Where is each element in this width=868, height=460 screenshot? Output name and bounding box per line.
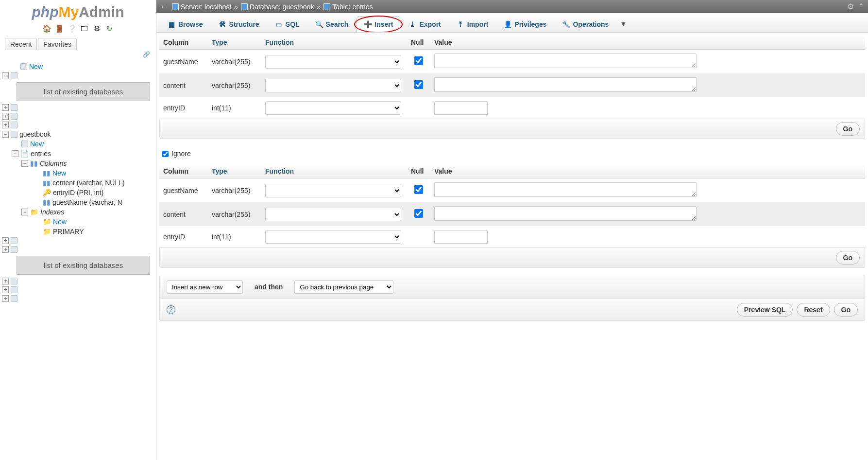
column-guestname[interactable]: guestName (varchar, N <box>52 198 122 206</box>
tab-export[interactable]: ⤓Export <box>401 16 448 32</box>
value-textarea[interactable] <box>434 206 697 221</box>
sql-icon[interactable]: 🗔 <box>80 24 88 33</box>
new-database-link[interactable]: New <box>29 63 43 71</box>
home-icon[interactable]: 🏠 <box>42 24 51 33</box>
new-index-link[interactable]: New <box>53 218 67 226</box>
logo[interactable]: phpMyAdmin <box>0 0 156 22</box>
bc-database-label: Database: <box>250 3 281 11</box>
th-value: Value <box>430 35 865 50</box>
th-type[interactable]: Type <box>208 35 261 50</box>
cell-type: varchar(255) <box>208 73 261 97</box>
tree-expand-icon[interactable]: + <box>2 278 9 284</box>
th-null: Null <box>407 164 430 178</box>
favorites-tab[interactable]: Favorites <box>38 38 77 50</box>
breadcrumb: ← Server: localhost » Database: guestboo… <box>156 0 868 13</box>
tree-expand-icon[interactable]: + <box>2 113 9 120</box>
tree-expand-icon[interactable]: + <box>2 295 9 302</box>
bc-table-link[interactable]: entries <box>352 3 373 11</box>
indexes-node[interactable]: Indexes <box>40 208 64 216</box>
tab-import[interactable]: ⤒Import <box>449 16 496 32</box>
value-input[interactable] <box>434 230 488 244</box>
column-content[interactable]: content (varchar, NULL) <box>52 179 125 187</box>
columns-node[interactable]: Columns <box>40 159 67 167</box>
tree-collapse-icon[interactable]: − <box>21 209 28 215</box>
th-function[interactable]: Function <box>261 35 407 50</box>
value-textarea[interactable] <box>434 77 697 92</box>
function-select[interactable] <box>265 79 401 92</box>
search-icon: 🔍 <box>315 20 323 28</box>
structure-icon: 🛠 <box>219 20 226 28</box>
after-insert-select[interactable]: Go back to previous page <box>294 280 393 294</box>
column-icon: ▮▮ <box>43 169 51 177</box>
settings-icon[interactable]: ⚙ <box>92 24 101 33</box>
tab-privileges[interactable]: 👤Privileges <box>496 16 554 32</box>
ignore-checkbox[interactable] <box>162 151 169 157</box>
db-guestbook[interactable]: guestbook <box>19 130 51 138</box>
tree-expand-icon[interactable]: + <box>2 237 9 244</box>
tab-sql[interactable]: ▭SQL <box>268 16 307 32</box>
tab-more[interactable]: ▼ <box>617 16 630 32</box>
insert-mode-select[interactable]: Insert as new row <box>167 280 243 294</box>
db-group-placeholder: list of existing databases <box>17 256 150 275</box>
new-table-link[interactable]: New <box>30 140 44 148</box>
back-icon[interactable]: ← <box>160 2 168 11</box>
index-primary[interactable]: PRIMARY <box>53 228 84 235</box>
cell-type: int(11) <box>208 97 261 119</box>
help-icon[interactable]: ? <box>167 305 175 314</box>
function-select[interactable] <box>265 101 401 115</box>
bc-database-link[interactable]: guestbook <box>283 3 314 11</box>
tree-collapse-icon[interactable]: − <box>2 131 9 138</box>
function-select[interactable] <box>265 230 401 244</box>
reload-icon[interactable]: ↻ <box>105 24 114 33</box>
logout-icon[interactable]: 🚪 <box>55 24 64 33</box>
tab-search[interactable]: 🔍Search <box>308 16 356 32</box>
null-checkbox[interactable] <box>414 80 423 89</box>
tab-browse[interactable]: ▦Browse <box>160 16 210 32</box>
server-icon <box>172 3 179 10</box>
ignore-label: Ignore <box>171 150 191 158</box>
tree-expand-icon[interactable]: + <box>2 104 9 111</box>
new-column-link[interactable]: New <box>52 169 66 177</box>
content: Column Type Function Null Value guestNam… <box>156 33 868 460</box>
tree-expand-icon[interactable]: + <box>2 246 9 253</box>
collapse-icon[interactable]: ⌃ <box>858 2 864 11</box>
go-button[interactable]: Go <box>836 122 860 136</box>
go-button[interactable]: Go <box>836 251 860 265</box>
column-entryid[interactable]: entryID (PRI, int) <box>53 189 103 196</box>
tree-expand-icon[interactable]: + <box>2 286 9 293</box>
page-settings-icon[interactable]: ⚙ <box>847 2 854 11</box>
tree-expand-icon[interactable]: + <box>2 122 9 128</box>
th-function[interactable]: Function <box>261 164 407 178</box>
bc-server-link[interactable]: localhost <box>204 3 231 11</box>
null-checkbox[interactable] <box>414 56 423 65</box>
th-value: Value <box>430 164 865 178</box>
recent-tab[interactable]: Recent <box>5 38 37 50</box>
cell-column: guestName <box>159 178 208 203</box>
tree-collapse-icon[interactable]: − <box>21 160 28 167</box>
tab-operations[interactable]: 🔧Operations <box>555 16 616 32</box>
tree-collapse-icon[interactable]: − <box>12 150 18 157</box>
value-input[interactable] <box>434 101 488 115</box>
reset-button[interactable]: Reset <box>797 303 830 317</box>
index-icon: 📁 <box>43 228 51 235</box>
db-icon <box>11 286 17 293</box>
tab-structure[interactable]: 🛠Structure <box>211 16 267 32</box>
value-textarea[interactable] <box>434 53 697 68</box>
preview-sql-button[interactable]: Preview SQL <box>737 303 793 317</box>
function-select[interactable] <box>265 55 401 69</box>
docs-icon[interactable]: ❔ <box>68 24 76 33</box>
table-entries[interactable]: entries <box>31 150 51 158</box>
cell-type: varchar(255) <box>208 178 261 203</box>
value-textarea[interactable] <box>434 182 697 197</box>
null-checkbox[interactable] <box>414 209 423 218</box>
function-select[interactable] <box>265 208 401 221</box>
go-button-final[interactable]: Go <box>834 303 858 317</box>
th-type[interactable]: Type <box>208 164 261 178</box>
panel-link-icon[interactable]: 🔗 <box>0 50 156 59</box>
tree-collapse-icon[interactable]: − <box>2 72 9 79</box>
tab-insert[interactable]: ➕Insert <box>357 16 400 32</box>
null-checkbox[interactable] <box>414 185 423 194</box>
function-select[interactable] <box>265 184 401 197</box>
new-table-icon <box>21 141 28 147</box>
db-icon <box>11 113 17 120</box>
